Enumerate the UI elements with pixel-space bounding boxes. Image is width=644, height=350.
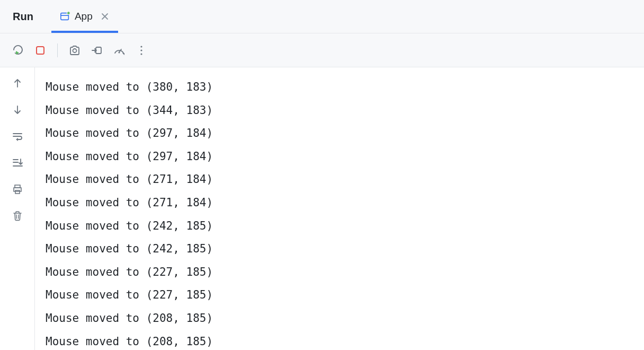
close-icon[interactable] bbox=[100, 12, 110, 21]
console-line: Mouse moved to (297, 184) bbox=[46, 122, 633, 145]
svg-marker-11 bbox=[122, 53, 124, 55]
content-area: Mouse moved to (380, 183)Mouse moved to … bbox=[0, 67, 644, 350]
console-line: Mouse moved to (208, 185) bbox=[46, 307, 633, 330]
stop-button[interactable] bbox=[31, 41, 50, 60]
down-arrow-button[interactable] bbox=[10, 102, 25, 117]
svg-point-7 bbox=[73, 49, 77, 52]
svg-point-12 bbox=[140, 46, 142, 47]
screenshot-button[interactable] bbox=[65, 41, 84, 60]
app-window-icon bbox=[60, 11, 70, 22]
console-line: Mouse moved to (227, 185) bbox=[46, 284, 633, 307]
svg-rect-6 bbox=[37, 47, 44, 54]
console-line: Mouse moved to (227, 185) bbox=[46, 261, 633, 284]
svg-marker-16 bbox=[16, 138, 18, 141]
up-arrow-button[interactable] bbox=[10, 76, 25, 91]
console-line: Mouse moved to (271, 184) bbox=[46, 191, 633, 215]
toolbar bbox=[0, 33, 644, 67]
console-line: Mouse moved to (242, 185) bbox=[46, 215, 633, 238]
gutter bbox=[0, 67, 35, 350]
svg-point-10 bbox=[119, 51, 120, 53]
svg-point-13 bbox=[140, 49, 142, 51]
console-output[interactable]: Mouse moved to (380, 183)Mouse moved to … bbox=[35, 67, 644, 350]
svg-point-14 bbox=[140, 53, 142, 55]
more-options-button[interactable] bbox=[132, 41, 151, 60]
profiler-button[interactable] bbox=[110, 41, 129, 60]
console-line: Mouse moved to (208, 185) bbox=[46, 330, 633, 350]
console-line: Mouse moved to (380, 183) bbox=[46, 76, 633, 99]
svg-point-2 bbox=[67, 12, 70, 15]
rerun-button[interactable] bbox=[8, 41, 28, 60]
divider bbox=[57, 43, 58, 57]
tab-app[interactable]: App bbox=[51, 0, 118, 33]
console-line: Mouse moved to (344, 183) bbox=[46, 99, 633, 122]
console-line: Mouse moved to (297, 184) bbox=[46, 145, 633, 169]
print-button[interactable] bbox=[10, 182, 25, 197]
trash-button[interactable] bbox=[10, 208, 25, 223]
scroll-to-end-button[interactable] bbox=[10, 155, 25, 170]
attach-debugger-button[interactable] bbox=[87, 41, 106, 60]
svg-rect-21 bbox=[15, 190, 20, 194]
tab-bar: Run App bbox=[0, 0, 644, 33]
tab-group: App bbox=[51, 0, 118, 33]
console-line: Mouse moved to (271, 184) bbox=[46, 168, 633, 191]
soft-wrap-button[interactable] bbox=[10, 129, 25, 144]
console-line: Mouse moved to (242, 185) bbox=[46, 238, 633, 261]
panel-title: Run bbox=[5, 11, 41, 23]
tab-label: App bbox=[75, 11, 93, 22]
